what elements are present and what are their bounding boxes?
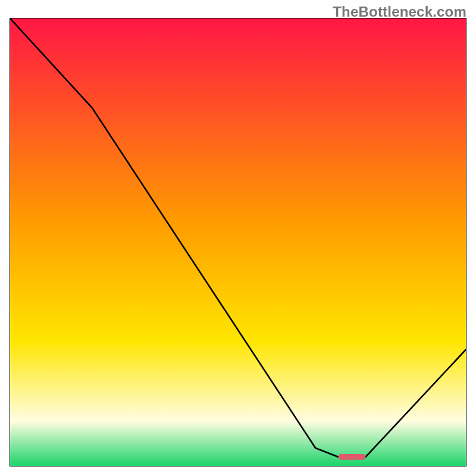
gradient-background [10, 18, 466, 466]
recommended-range-marker [339, 454, 366, 460]
bottleneck-chart [10, 18, 466, 466]
chart-frame [10, 18, 466, 466]
